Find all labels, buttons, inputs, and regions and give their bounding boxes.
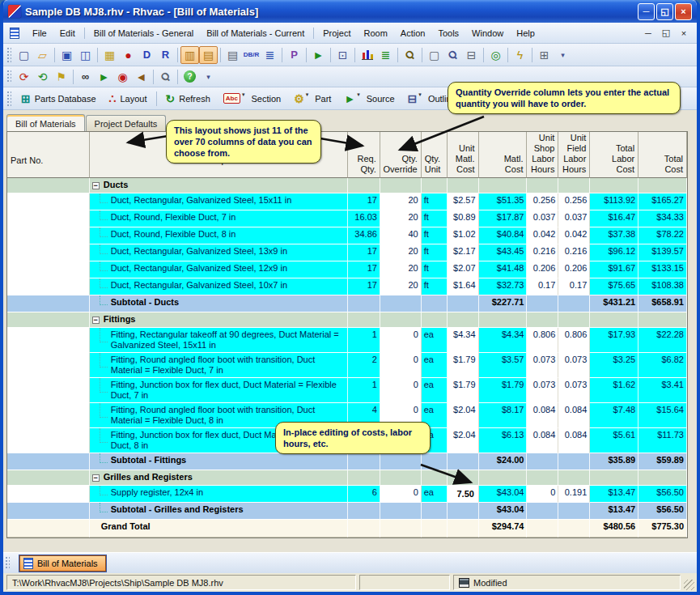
cell-qty_unit[interactable]: ft xyxy=(422,227,448,244)
letter-r-button[interactable]: R xyxy=(156,46,175,64)
cell-qty_unit[interactable]: ea xyxy=(422,378,448,403)
cell-unit_shop_labor_hours[interactable]: 0.037 xyxy=(527,210,558,227)
box-open-button[interactable]: ▥ xyxy=(180,46,199,64)
cell-unit_shop_labor_hours[interactable]: 0.806 xyxy=(527,328,558,353)
cell-matl_cost[interactable]: $1.79 xyxy=(479,378,528,403)
cell-description[interactable]: Supply register, 12x4 in xyxy=(90,486,348,503)
cell-description[interactable]: Duct, Rectangular, Galvanized Steel, 15x… xyxy=(90,193,348,210)
copy-zoom-button[interactable]: Ϙ xyxy=(156,68,175,86)
cell-unit_matl_cost[interactable]: $2.04 xyxy=(448,428,479,453)
cell-description[interactable]: Fitting, Junction box for flex duct, Duc… xyxy=(90,378,348,403)
red-disc-button[interactable]: ● xyxy=(119,46,138,64)
menu-file[interactable]: File xyxy=(26,26,53,40)
cell-qty_unit[interactable]: ft xyxy=(422,278,448,295)
minimize-icon[interactable]: ─ xyxy=(638,3,655,20)
cell-qty_override[interactable]: 0 xyxy=(380,328,422,353)
col-header-part_no[interactable]: Part No. xyxy=(7,132,90,178)
col-header-unit_shop_labor_hours[interactable]: Unit Shop Labor Hours xyxy=(527,132,558,178)
part-button[interactable]: ⚙▾Part xyxy=(287,89,337,108)
cell-unit_shop_labor_hours[interactable]: 0.206 xyxy=(527,261,558,278)
cell-total_cost[interactable]: $165.27 xyxy=(638,193,687,210)
cell-matl_cost[interactable]: $4.34 xyxy=(479,328,528,353)
bar-chart-button[interactable] xyxy=(358,46,376,64)
org-tree-button[interactable]: ⊞ xyxy=(535,46,554,64)
rotate-3d-button[interactable]: ⟳ xyxy=(15,68,33,86)
cell-req_qty[interactable]: 16.03 xyxy=(348,210,380,227)
cell-unit_field_labor_hours[interactable]: 0.256 xyxy=(558,193,590,210)
page-button[interactable]: ▢ xyxy=(425,46,443,64)
cell-qty_unit[interactable]: ea xyxy=(422,486,448,503)
cell-description[interactable]: Duct, Round, Flexible Duct, 8 in xyxy=(90,227,348,244)
page-zoom-button[interactable]: Ϙ xyxy=(443,46,462,64)
cell-qty_override[interactable]: 20 xyxy=(380,278,422,295)
group-label[interactable]: −Ducts xyxy=(90,178,348,193)
cell-qty_override[interactable]: 40 xyxy=(380,227,422,244)
cell-total_cost[interactable]: $34.33 xyxy=(638,210,687,227)
editor-value[interactable]: 7.50 xyxy=(448,489,479,499)
unit-matl-cost-editor[interactable]: 7.50▼ xyxy=(448,486,479,503)
group-label[interactable]: −Fittings xyxy=(90,312,348,328)
cell-total_cost[interactable]: $133.15 xyxy=(638,261,687,278)
cell-qty_override[interactable]: 0 xyxy=(380,486,422,503)
cell-matl_cost[interactable]: $6.13 xyxy=(479,428,528,453)
bom-list-button[interactable]: ≣ xyxy=(261,46,279,64)
col-header-matl_cost[interactable]: Matl. Cost xyxy=(479,132,528,178)
open-file-button[interactable]: ▱ xyxy=(33,46,52,64)
cell-unit_shop_labor_hours[interactable]: 0.17 xyxy=(527,278,558,295)
printer-button[interactable]: ⊟ xyxy=(462,46,481,64)
cell-total_labor_cost[interactable]: $5.61 xyxy=(590,428,638,453)
recycle-button[interactable]: ⟲ xyxy=(33,68,52,86)
cell-qty_unit[interactable]: ft xyxy=(422,210,448,227)
cell-matl_cost[interactable]: $51.35 xyxy=(479,193,528,210)
cell-part_no[interactable] xyxy=(7,210,90,227)
col-header-total_cost[interactable]: Total Cost xyxy=(638,132,687,178)
cell-unit_field_labor_hours[interactable]: 0.073 xyxy=(558,378,590,403)
source-button[interactable]: ►▾Source xyxy=(337,89,401,108)
cell-unit_field_labor_hours[interactable]: 0.206 xyxy=(558,261,590,278)
menu-bill-of-materials-general[interactable]: Bill of Materials - General xyxy=(87,26,201,40)
help-button[interactable]: ? xyxy=(180,68,199,86)
save-all-button[interactable]: ◫ xyxy=(76,46,95,64)
cell-req_qty[interactable]: 1 xyxy=(348,328,380,353)
col-header-qty_unit[interactable]: Qty. Unit xyxy=(422,132,448,178)
cell-qty_unit[interactable]: ft xyxy=(422,244,448,261)
cell-unit_shop_labor_hours[interactable]: 0.073 xyxy=(527,353,558,378)
cell-part_no[interactable] xyxy=(7,193,90,210)
cell-unit_matl_cost[interactable]: 7.50▼ xyxy=(448,486,479,503)
cell-matl_cost[interactable]: $41.48 xyxy=(479,261,528,278)
cell-req_qty[interactable]: 17 xyxy=(348,244,380,261)
cell-req_qty[interactable]: 17 xyxy=(348,193,380,210)
collapse-icon[interactable]: − xyxy=(92,182,100,189)
cell-total_cost[interactable]: $56.50 xyxy=(638,486,687,503)
cell-qty_override[interactable]: 20 xyxy=(380,244,422,261)
cell-unit_shop_labor_hours[interactable]: 0.256 xyxy=(527,193,558,210)
cell-unit_field_labor_hours[interactable]: 0.806 xyxy=(558,328,590,353)
cell-description[interactable]: Duct, Rectangular, Galvanized Steel, 10x… xyxy=(90,278,348,295)
col-header-unit_matl_cost[interactable]: Unit Matl. Cost xyxy=(448,132,479,178)
disc-edit-button[interactable]: ◉ xyxy=(113,68,132,86)
cell-unit_field_labor_hours[interactable]: 0.17 xyxy=(558,278,590,295)
cell-unit_shop_labor_hours[interactable]: 0.084 xyxy=(527,428,558,453)
cell-unit_matl_cost[interactable]: $1.79 xyxy=(448,378,479,403)
section-button[interactable]: Abc▾Section xyxy=(217,89,287,108)
cell-unit_matl_cost[interactable]: $2.17 xyxy=(448,244,479,261)
cell-qty_override[interactable]: 20 xyxy=(380,193,422,210)
toolbar-grip[interactable] xyxy=(6,47,11,62)
menu-room[interactable]: Room xyxy=(358,26,394,40)
cell-req_qty[interactable]: 1 xyxy=(348,378,380,403)
cell-unit_field_labor_hours[interactable]: 0.042 xyxy=(558,227,590,244)
cell-qty_override[interactable]: 0 xyxy=(380,353,422,378)
group-row-fittings[interactable]: −Fittings xyxy=(7,312,687,328)
tab-bill-of-materials[interactable]: Bill of Materials xyxy=(6,114,85,131)
collapse-icon[interactable]: − xyxy=(92,474,100,482)
menu-project[interactable]: Project xyxy=(316,26,357,40)
close-icon[interactable]: × xyxy=(675,3,692,20)
cell-total_labor_cost[interactable]: $16.47 xyxy=(590,210,638,227)
cell-qty_override[interactable]: 20 xyxy=(380,261,422,278)
box-closed-button[interactable]: ▤ xyxy=(199,46,218,64)
group-row-ducts[interactable]: −Ducts xyxy=(7,178,687,193)
mdi-restore-icon[interactable]: ◱ xyxy=(660,27,672,40)
cell-unit_field_labor_hours[interactable]: 0.191 xyxy=(558,486,590,503)
cell-unit_matl_cost[interactable]: $1.02 xyxy=(448,227,479,244)
cell-part_no[interactable] xyxy=(7,428,90,453)
